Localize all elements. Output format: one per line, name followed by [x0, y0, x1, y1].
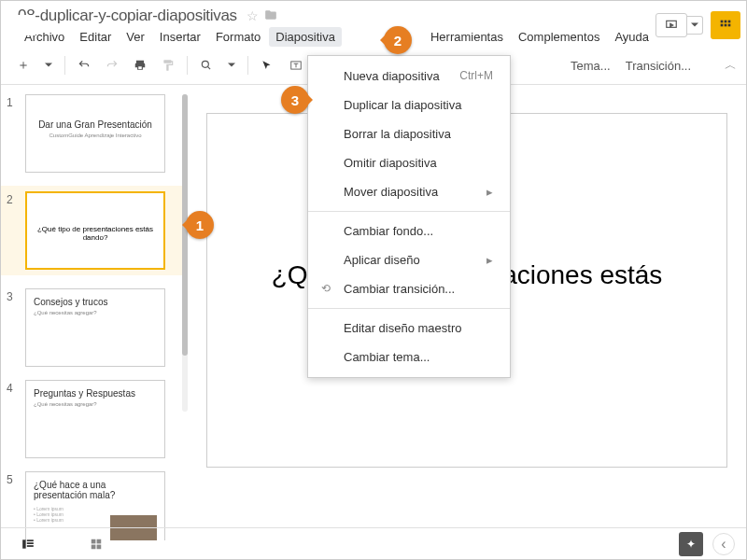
- menu-diapositiva[interactable]: Diapositiva: [269, 27, 342, 47]
- menu-complementos[interactable]: Complementos: [512, 27, 606, 47]
- zoom-button[interactable]: [193, 54, 219, 77]
- svg-rect-4: [721, 24, 724, 27]
- callout-1: 1: [186, 211, 214, 239]
- slide-thumbnail[interactable]: Preguntas y Respuestas ¿Qué necesitas ag…: [25, 380, 165, 458]
- new-slide-dropdown[interactable]: [38, 57, 59, 74]
- grid-view-button[interactable]: [81, 534, 111, 554]
- menu-item-change-background[interactable]: Cambiar fondo...: [308, 217, 510, 245]
- slide-number: 4: [7, 380, 25, 458]
- select-tool[interactable]: [254, 54, 280, 77]
- menu-item-edit-master[interactable]: Editar diseño maestro: [308, 314, 510, 343]
- separator: [187, 56, 188, 75]
- separator: [247, 56, 248, 75]
- separator: [64, 56, 65, 75]
- menu-bar: Archivo Editar Ver Insertar Formato Diap…: [18, 27, 655, 47]
- present-dropdown[interactable]: [687, 16, 703, 35]
- transition-icon: ⟲: [321, 282, 331, 295]
- svg-rect-11: [27, 542, 34, 544]
- slide-panel: 1 Dar una Gran Presentación CustomGuide …: [1, 85, 188, 540]
- menu-item-delete-slide[interactable]: Borrar la diapositiva: [308, 119, 510, 148]
- slide-menu-dropdown: Nueva diapositiva Ctrl+M Duplicar la dia…: [307, 55, 511, 378]
- menu-insertar[interactable]: Insertar: [153, 27, 207, 47]
- svg-rect-6: [728, 24, 731, 27]
- svg-rect-3: [728, 21, 731, 23]
- svg-rect-12: [27, 545, 34, 547]
- star-icon[interactable]: ☆: [247, 8, 259, 23]
- menu-ver[interactable]: Ver: [120, 27, 151, 47]
- svg-rect-1: [721, 21, 724, 23]
- redo-button[interactable]: [99, 54, 125, 77]
- menu-item-skip-slide[interactable]: Omitir diapositiva: [308, 148, 510, 177]
- new-slide-button[interactable]: ＋: [10, 52, 36, 78]
- print-button[interactable]: [127, 54, 153, 77]
- slide-thumbnail[interactable]: Consejos y trucos ¿Qué necesitas agregar…: [25, 288, 165, 367]
- paint-format-button[interactable]: [155, 54, 181, 77]
- svg-rect-13: [92, 539, 96, 543]
- svg-rect-16: [97, 544, 102, 549]
- menu-ayuda[interactable]: Ayuda: [608, 27, 655, 47]
- submenu-arrow-icon: ▸: [486, 253, 493, 267]
- filmstrip-view-button[interactable]: [12, 534, 44, 554]
- menu-item-move-slide[interactable]: Mover diapositiva ▸: [308, 177, 510, 206]
- share-button[interactable]: [711, 11, 740, 39]
- svg-rect-15: [92, 544, 96, 549]
- menu-separator: [308, 211, 510, 212]
- menu-editar[interactable]: Editar: [73, 27, 118, 47]
- menu-item-new-slide[interactable]: Nueva diapositiva Ctrl+M: [308, 62, 510, 91]
- footer: ✦ ‹: [1, 527, 746, 559]
- textbox-tool[interactable]: [282, 54, 310, 77]
- document-title[interactable]: 08-duplicar-y-copiar-diapositivas: [18, 7, 237, 24]
- menu-item-change-transition[interactable]: ⟲ Cambiar transición...: [308, 274, 510, 303]
- present-button[interactable]: [655, 13, 687, 37]
- undo-button[interactable]: [71, 54, 97, 77]
- svg-rect-5: [725, 24, 727, 27]
- explore-button[interactable]: ✦: [679, 532, 703, 556]
- callout-3: 3: [281, 86, 309, 114]
- menu-item-duplicate-slide[interactable]: Duplicar la diapositiva: [308, 91, 510, 119]
- scroll-left-button[interactable]: ‹: [712, 533, 735, 555]
- menu-formato[interactable]: Formato: [209, 27, 267, 47]
- slide-number: 3: [7, 288, 25, 367]
- slide-number: 2: [7, 191, 25, 270]
- svg-rect-10: [27, 539, 34, 541]
- svg-rect-9: [22, 539, 26, 548]
- submenu-arrow-icon: ▸: [486, 185, 493, 199]
- transition-button[interactable]: Transición...: [626, 59, 691, 73]
- menu-item-apply-layout[interactable]: Aplicar diseño ▸: [308, 245, 510, 274]
- menu-item-change-theme[interactable]: Cambiar tema...: [308, 343, 510, 371]
- svg-rect-2: [725, 21, 727, 23]
- theme-button[interactable]: Tema...: [571, 59, 611, 73]
- svg-rect-14: [97, 539, 102, 543]
- zoom-dropdown[interactable]: [221, 57, 242, 74]
- collapse-toolbar-icon[interactable]: ︿: [725, 57, 737, 74]
- menu-herramientas[interactable]: Herramientas: [424, 27, 510, 47]
- callout-2: 2: [384, 26, 412, 54]
- slide-thumbnail[interactable]: Dar una Gran Presentación CustomGuide Ap…: [25, 94, 165, 173]
- folder-icon[interactable]: [264, 8, 277, 23]
- slide-number: 1: [7, 94, 25, 173]
- slide-thumbnail-selected[interactable]: ¿Qué tipo de presentaciones estás dando?: [25, 191, 165, 270]
- menu-separator: [308, 308, 510, 309]
